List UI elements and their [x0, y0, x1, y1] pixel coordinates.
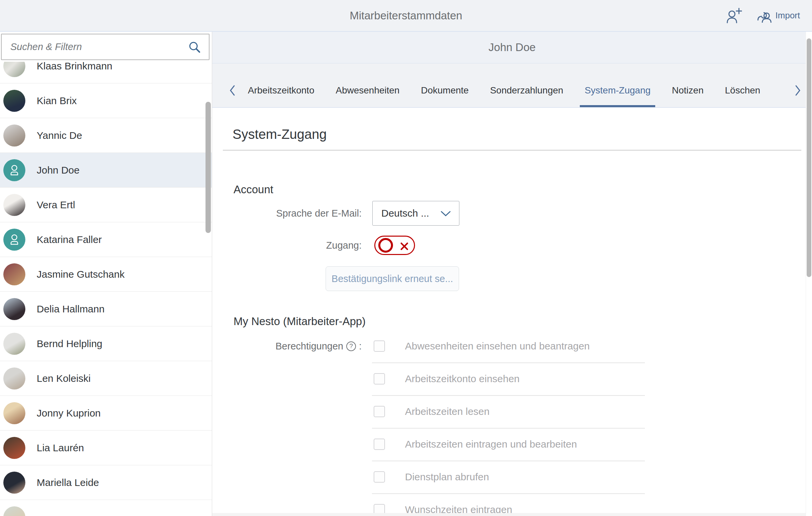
employee-header-name: John Doe [488, 41, 535, 54]
employee-name: Yannic De [37, 130, 82, 141]
employee-header: John Doe [212, 32, 812, 63]
employee-row-selected[interactable]: John Doe [0, 153, 212, 188]
employee-row[interactable]: Jasmine Gutschank [0, 257, 212, 292]
x-icon [400, 242, 409, 251]
app-title: Mitarbeiterstammdaten [350, 9, 462, 22]
employee-row[interactable]: Vera Ertl [0, 188, 212, 222]
person-placeholder-icon [3, 159, 25, 181]
toggle-knob [378, 238, 393, 253]
checkbox-arbeitszeiten-eintragen[interactable] [374, 439, 385, 450]
app-header: Mitarbeiterstammdaten [0, 0, 812, 32]
tab-arbeitszeitkonto[interactable]: Arbeitszeitkonto [248, 74, 314, 107]
chevron-left-icon[interactable] [229, 84, 236, 97]
permission-label: Dienstplan abrufen [405, 471, 489, 483]
permission-label: Arbeitszeiten lesen [405, 406, 489, 417]
permission-label: Arbeitszeiten eintragen und bearbeiten [405, 439, 577, 450]
employee-row[interactable]: Jonny Kuprion [0, 396, 212, 431]
magnifier-icon[interactable] [188, 41, 201, 53]
sidebar-scrollbar-thumb[interactable] [205, 102, 211, 233]
person-placeholder-icon [3, 228, 25, 251]
employee-row[interactable]: Katarina Faller [0, 222, 212, 257]
employee-row-partial[interactable] [0, 500, 212, 516]
tab-notizen[interactable]: Notizen [672, 74, 703, 107]
employee-row[interactable]: Bernd Helpling [0, 326, 212, 361]
employee-name: Katarina Faller [37, 234, 102, 245]
app-screen: Mitarbeiterstammdaten [0, 0, 812, 516]
title-divider [223, 150, 801, 151]
employee-name: Klaas Brinkmann [37, 62, 112, 72]
account-section-heading: Account [234, 183, 273, 196]
tab-abwesenheiten[interactable]: Abwesenheiten [336, 74, 399, 107]
employee-name: Lia Laurén [37, 442, 84, 454]
employee-row[interactable]: Mariella Leide [0, 465, 212, 500]
employee-name: Jonny Kuprion [37, 408, 101, 419]
divider [372, 362, 645, 363]
person-plus-icon [725, 8, 742, 24]
employee-name: Len Koleiski [37, 373, 91, 384]
employee-row[interactable]: Kian Brix [0, 83, 212, 118]
employee-name: Bernd Helpling [37, 338, 103, 349]
people-icon [757, 9, 773, 23]
employee-row[interactable]: Lia Laurén [0, 431, 212, 465]
divider [372, 493, 645, 494]
tab-sonderzahlungen[interactable]: Sonderzahlungen [490, 74, 563, 107]
avatar [3, 263, 25, 286]
permissions-label-colon: : [359, 341, 361, 352]
resend-confirmation-link-button[interactable]: Bestätigungslink erneut se... [326, 266, 459, 291]
main-panel: John Doe Arbeitszeitkonto Abwesenheiten … [212, 32, 812, 516]
tab-bar: Arbeitszeitkonto Abwesenheiten Dokumente… [212, 63, 812, 108]
divider [372, 428, 645, 429]
employee-row[interactable]: Klaas Brinkmann [0, 62, 212, 83]
email-language-select[interactable]: Deutsch ... [372, 201, 459, 226]
permission-label: Abwesenheiten einsehen und beantragen [405, 341, 590, 352]
checkbox-arbeitszeitkonto-einsehen[interactable] [374, 373, 385, 384]
chevron-down-icon [440, 211, 451, 217]
employee-list-viewport: Klaas Brinkmann Kian Brix Yannic De [0, 62, 212, 516]
tab-system-zugang[interactable]: System-Zugang [584, 74, 650, 107]
employee-name: Mariella Leide [37, 477, 99, 488]
main-scrollbar-thumb[interactable] [807, 38, 811, 277]
avatar [3, 125, 25, 146]
import-label: Import [775, 10, 800, 21]
question-mark-icon[interactable]: ? [346, 342, 356, 351]
header-actions: Import [725, 0, 800, 31]
avatar [3, 298, 25, 320]
search-input[interactable] [2, 34, 188, 59]
checkbox-abwesenheiten-einsehen[interactable] [374, 341, 385, 352]
tab-loeschen[interactable]: Löschen [725, 74, 760, 107]
employee-name: Jasmine Gutschank [37, 269, 124, 280]
access-toggle-off[interactable] [374, 236, 415, 255]
avatar [3, 62, 25, 77]
import-button[interactable]: Import [757, 9, 800, 23]
avatar [3, 90, 25, 112]
checkbox-arbeitszeiten-lesen[interactable] [374, 406, 385, 417]
email-language-label: Sprache der E-Mail: [212, 208, 361, 219]
chevron-right-icon[interactable] [794, 84, 801, 97]
avatar [3, 194, 25, 216]
avatar [3, 368, 25, 389]
employee-name: Kian Brix [37, 95, 77, 106]
horizontal-scrollbar-track [212, 513, 812, 516]
permission-label: Arbeitszeitkonto einsehen [405, 373, 520, 384]
avatar [3, 506, 25, 516]
main-scrollbar-track[interactable] [806, 32, 812, 516]
employee-row[interactable]: Len Koleiski [0, 361, 212, 396]
checkbox-dienstplan-abrufen[interactable] [374, 471, 385, 483]
system-zugang-content: System-Zugang Account Sprache der E-Mail… [212, 108, 812, 516]
employee-name: Vera Ertl [37, 199, 75, 211]
employee-row[interactable]: Delia Hallmann [0, 292, 212, 326]
access-label: Zugang: [212, 240, 361, 251]
employee-list: Klaas Brinkmann Kian Brix Yannic De [0, 62, 212, 516]
employee-name: Delia Hallmann [37, 303, 105, 315]
search-box [1, 34, 209, 60]
add-employee-button[interactable] [725, 8, 742, 24]
avatar [3, 333, 25, 355]
avatar [3, 402, 25, 424]
page-title: System-Zugang [233, 127, 327, 142]
employee-name: John Doe [37, 165, 79, 176]
divider [372, 461, 645, 461]
email-language-value: Deutsch ... [381, 208, 429, 219]
sidebar: Klaas Brinkmann Kian Brix Yannic De [0, 32, 212, 516]
employee-row[interactable]: Yannic De [0, 118, 212, 153]
tab-dokumente[interactable]: Dokumente [421, 74, 469, 107]
